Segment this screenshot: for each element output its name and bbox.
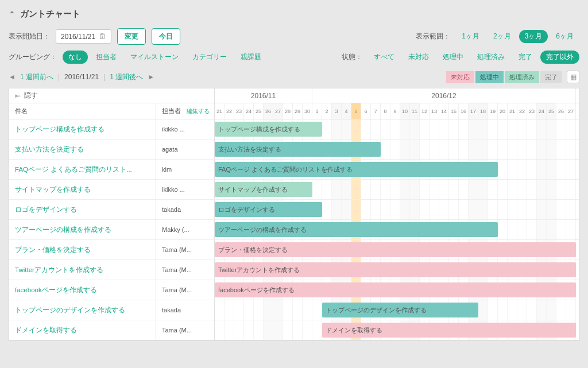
task-timeline: facebookページを作成する: [215, 280, 579, 300]
range-pills: 1ヶ月2ヶ月3ヶ月6ヶ月: [456, 30, 579, 43]
day-header: 12: [420, 103, 430, 119]
today-button[interactable]: 今日: [152, 28, 180, 45]
task-subject-link[interactable]: サイトマップを作成する: [9, 180, 156, 199]
day-header: 24: [244, 103, 254, 119]
task-bar[interactable]: プラン・価格を決定する: [215, 242, 576, 257]
pill-カテゴリー[interactable]: カテゴリー: [187, 51, 233, 64]
day-header: 20: [498, 103, 508, 119]
pill-処理中[interactable]: 処理中: [437, 51, 469, 64]
task-assignee: takada: [156, 200, 215, 219]
task-bar[interactable]: トップページのデザインを作成する: [322, 303, 478, 317]
day-header: 21: [508, 103, 517, 119]
range-label: 表示範囲：: [416, 32, 450, 41]
task-assignee: Tama (M...: [156, 320, 215, 340]
task-subject-link[interactable]: facebookページを作成する: [9, 280, 156, 300]
day-header: 4: [342, 103, 351, 119]
change-button[interactable]: 変更: [117, 28, 146, 45]
day-header: 30: [303, 103, 312, 119]
day-header: 18: [478, 103, 488, 119]
pill-担当者[interactable]: 担当者: [90, 51, 122, 64]
task-subject-link[interactable]: ドメインを取得する: [9, 320, 156, 340]
pill-すべて[interactable]: すべて: [368, 51, 400, 64]
legend-pink: 未対応: [446, 71, 474, 83]
start-date-label: 表示開始日：: [9, 32, 50, 41]
hide-label[interactable]: 隠す: [24, 91, 38, 100]
day-header: 14: [439, 103, 449, 119]
task-row: Twitterアカウントを作成するTama (M...Twitterアカウントを…: [9, 260, 579, 280]
task-subject-link[interactable]: Twitterアカウントを作成する: [9, 260, 156, 280]
month-header: 2016/12: [312, 88, 576, 103]
day-header: 1: [312, 103, 322, 119]
task-subject-link[interactable]: トップページのデザインを作成する: [9, 300, 156, 320]
day-header: 27: [273, 103, 283, 119]
pill-なし[interactable]: なし: [63, 51, 88, 64]
pill-未対応[interactable]: 未対応: [403, 51, 435, 64]
task-bar[interactable]: Twitterアカウントを作成する: [215, 262, 576, 277]
legend-mint: 処理済み: [505, 71, 539, 83]
task-row: トップページのデザインを作成するtakadaトップページのデザインを作成する: [9, 300, 579, 320]
task-bar[interactable]: ツアーページの構成を作成する: [215, 222, 498, 237]
task-bar[interactable]: 支払い方法を決定する: [215, 142, 381, 157]
task-bar[interactable]: facebookページを作成する: [215, 282, 576, 297]
day-header: 23: [234, 103, 244, 119]
task-subject-link[interactable]: ツアーページの構成を作成する: [9, 220, 156, 239]
collapse-left-icon[interactable]: ⇤: [15, 92, 21, 100]
day-header: 7: [371, 103, 381, 119]
legend: 未対応 処理中 処理済み 完了: [446, 71, 562, 83]
day-header: 16: [459, 103, 469, 119]
edit-columns-link[interactable]: 編集する: [187, 107, 210, 115]
pill-2ヶ月[interactable]: 2ヶ月: [488, 30, 517, 43]
collapse-icon[interactable]: ⌃: [9, 10, 16, 19]
start-date-input[interactable]: 2016/11/21 🗓: [56, 29, 111, 44]
task-subject-link[interactable]: 支払い方法を決定する: [9, 140, 156, 159]
pill-完了以外[interactable]: 完了以外: [540, 51, 579, 64]
task-assignee: Makky (...: [156, 220, 215, 239]
task-subject-link[interactable]: プラン・価格を決定する: [9, 240, 156, 259]
day-header: 8: [381, 103, 390, 119]
gantt-chart: ⇤ 隠す 2016/112016/12 件名 担当者 編集する 21222324…: [9, 88, 579, 341]
task-bar[interactable]: ドメインを取得する: [322, 323, 576, 338]
nav-next-arrow-icon[interactable]: ►: [148, 73, 154, 81]
day-header: 26: [264, 103, 273, 119]
task-bar[interactable]: ロゴをデザインする: [215, 202, 322, 217]
task-bar[interactable]: トップページ構成を作成する: [215, 122, 322, 137]
day-header: 6: [361, 103, 371, 119]
nav-prev-link[interactable]: 1 週間前へ: [20, 72, 53, 82]
day-header: 25: [547, 103, 556, 119]
task-row: サイトマップを作成するikikko ...サイトマップを作成する: [9, 180, 579, 200]
pill-完了[interactable]: 完了: [513, 51, 538, 64]
day-header: 5: [351, 103, 361, 119]
task-row: facebookページを作成するTama (M...facebookページを作成…: [9, 280, 579, 300]
task-timeline: サイトマップを作成する: [215, 180, 579, 199]
task-timeline: ドメインを取得する: [215, 320, 579, 340]
day-header: 27: [566, 103, 576, 119]
pill-1ヶ月[interactable]: 1ヶ月: [456, 30, 485, 43]
nav-prev-arrow-icon[interactable]: ◄: [9, 73, 16, 81]
task-bar[interactable]: FAQページ よくあるご質問のリストを作成する: [215, 162, 498, 177]
pill-処理済み[interactable]: 処理済み: [471, 51, 510, 64]
task-subject-link[interactable]: FAQページ よくあるご質問のリスト...: [9, 160, 156, 179]
day-header: 25: [254, 103, 264, 119]
task-subject-link[interactable]: トップページ構成を作成する: [9, 119, 156, 139]
pill-マイルストーン[interactable]: マイルストーン: [125, 51, 184, 64]
pill-6ヶ月[interactable]: 6ヶ月: [550, 30, 579, 43]
day-header: 22: [517, 103, 527, 119]
task-timeline: プラン・価格を決定する: [215, 240, 579, 259]
task-assignee: ikikko ...: [156, 180, 215, 199]
day-header: 13: [430, 103, 439, 119]
header: ⌃ ガントチャート 表示開始日： 2016/11/21 🗓 変更 今日 表示範囲…: [9, 9, 579, 64]
task-bar[interactable]: サイトマップを作成する: [215, 182, 312, 197]
task-row: FAQページ よくあるご質問のリスト...kimFAQページ よくあるご質問のリ…: [9, 160, 579, 180]
day-header: 22: [225, 103, 234, 119]
task-timeline: ロゴをデザインする: [215, 200, 579, 219]
status-label: 状態：: [342, 52, 362, 62]
day-header: 21: [215, 103, 225, 119]
task-timeline: トップページ構成を作成する: [215, 119, 579, 139]
pill-3ヶ月[interactable]: 3ヶ月: [519, 30, 548, 43]
day-header: 17: [469, 103, 478, 119]
nav-next-link[interactable]: 1 週間後へ: [110, 72, 143, 82]
grid-settings-icon[interactable]: ▦: [567, 71, 579, 83]
task-subject-link[interactable]: ロゴをデザインする: [9, 200, 156, 219]
day-header: 19: [488, 103, 498, 119]
pill-親課題[interactable]: 親課題: [235, 51, 267, 64]
